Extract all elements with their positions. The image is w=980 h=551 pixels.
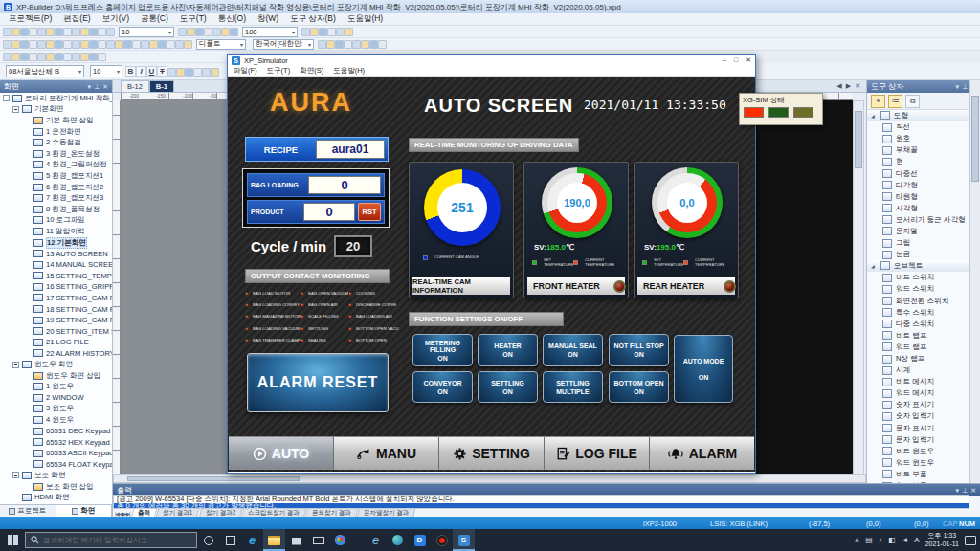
toolbox-scrollbar[interactable]: [969, 80, 980, 517]
tree-item[interactable]: 17 SETTING_CAM POSITI: [0, 293, 112, 304]
italic-button[interactable]: I: [136, 66, 146, 77]
pin-icon[interactable]: ⊥: [94, 83, 100, 91]
toolbox-item[interactable]: 비트 부품: [867, 469, 970, 480]
tree-item[interactable]: 14 MANUAL SCREEN: [0, 259, 112, 271]
tree-item[interactable]: 15 SETTING_TEMPERATUR: [0, 271, 112, 282]
simulator-menu-item[interactable]: 화면(S): [300, 66, 323, 76]
toolbox-item[interactable]: N상 램프: [867, 353, 970, 364]
toolbar-icon[interactable]: [176, 68, 185, 77]
toolbox-item[interactable]: 워드 램프: [867, 342, 970, 353]
nav-manu-button[interactable]: MANU: [334, 437, 439, 470]
app-dv-button[interactable]: D: [409, 529, 431, 551]
canvas-hscrollbar[interactable]: [113, 474, 866, 483]
tray-network-icon[interactable]: ◧: [888, 536, 896, 544]
toolbox-item[interactable]: 다중선: [867, 167, 970, 179]
dropdown-icon[interactable]: ▾: [956, 487, 960, 495]
toolbox-item[interactable]: 문자 표시기: [867, 423, 970, 434]
tree-item[interactable]: 65533 ASCII Keypad: [0, 448, 112, 459]
toolbar-icon[interactable]: [20, 53, 29, 61]
toolbar-icon[interactable]: [98, 53, 106, 61]
tree-item[interactable]: 보조 화면 삽입: [0, 481, 112, 493]
tree-item[interactable]: 19 SETTING_CAM POSITI: [0, 315, 112, 326]
toolbar-icon[interactable]: [158, 40, 167, 49]
taskbar-clock[interactable]: 오후 1:33 2021-01-11: [925, 532, 959, 549]
notification-center-icon[interactable]: [965, 536, 976, 545]
heater-button[interactable]: HEATERON: [478, 334, 538, 366]
tree-item[interactable]: 18 SETTING_CAM POSITI: [0, 303, 112, 315]
tree-item[interactable]: 12 기본화면: [0, 237, 112, 249]
toolbar-icon[interactable]: [221, 28, 230, 36]
close-button[interactable]: ✕: [746, 56, 751, 64]
toolbar-icon[interactable]: [167, 68, 176, 77]
edge-button[interactable]: e: [241, 529, 263, 551]
front-heater-lamp[interactable]: [613, 280, 626, 293]
tree-item[interactable]: 16 SETTING_GRIPPER: [0, 281, 112, 293]
toolbox-item[interactable]: 타원형: [867, 191, 970, 203]
tree-item[interactable]: 20 SETTING_ITEM SETTIN: [0, 325, 112, 337]
toolbox-item[interactable]: 비트 메시지: [867, 376, 970, 387]
toolbox-item[interactable]: 시계: [867, 364, 970, 376]
canvas-tab-active[interactable]: B-1: [149, 80, 174, 92]
canvas-tab[interactable]: B-12: [121, 80, 149, 92]
toolbar-icon[interactable]: [115, 40, 123, 49]
toolbar-icon[interactable]: [369, 40, 378, 49]
toolbox-item[interactable]: 현: [867, 156, 970, 167]
font-size-combo[interactable]: 10▾: [90, 65, 122, 77]
toolbar-icon[interactable]: [318, 40, 326, 49]
tree-item[interactable]: 기본화면: [0, 104, 112, 116]
pin-icon[interactable]: ⊥: [962, 487, 968, 495]
conveyor-button[interactable]: CONVEYORON: [412, 371, 473, 403]
bottom-open-button[interactable]: BOTTOM OPENON: [609, 371, 669, 403]
cycle-value[interactable]: 20: [334, 235, 372, 257]
simulator-taskbar-button[interactable]: S: [453, 529, 475, 551]
tree-item[interactable]: 13 AUTO SCREEN: [0, 248, 112, 259]
duplicate-button[interactable]: ⧉: [905, 95, 920, 108]
strikethrough-button[interactable]: Ŧ: [157, 66, 167, 77]
toolbar-icon[interactable]: [132, 40, 141, 49]
toolbar-icon[interactable]: [204, 28, 212, 36]
toolbox-item[interactable]: 오브젝트: [867, 260, 970, 272]
tree-item[interactable]: 6 환경_캠포지션2: [0, 182, 112, 193]
toolbar-icon[interactable]: [335, 40, 344, 49]
tree-item[interactable]: 윈도우 화면: [0, 359, 112, 370]
tree-item[interactable]: 기본 화면 삽입: [0, 115, 112, 126]
canvas-vscrollbar[interactable]: [853, 100, 864, 474]
tree-item[interactable]: 로터리 포장기계 MHI 작화_V1(2: [0, 93, 112, 104]
tray-ime-lang[interactable]: A: [914, 536, 919, 544]
toolbar-icon[interactable]: [185, 68, 193, 77]
toolbox-item[interactable]: 도형: [867, 110, 970, 121]
bold-button[interactable]: B: [125, 66, 136, 77]
tree-item[interactable]: 4 환경_그립퍼설정: [0, 160, 112, 171]
minimize-button[interactable]: –: [723, 56, 726, 64]
toolbox-item[interactable]: 다각형: [867, 180, 970, 191]
tree-item[interactable]: 8 환경_품목설정: [0, 204, 112, 215]
menu-item[interactable]: 창(W): [253, 12, 283, 26]
tree-item[interactable]: 윈도우 화면 삽입: [0, 370, 112, 382]
toolbar-icon[interactable]: [72, 53, 80, 61]
nav-setting-button[interactable]: SETTING: [439, 437, 545, 470]
tree-item[interactable]: 1 운전화면: [0, 126, 112, 138]
toolbox-item[interactable]: 워드 메시지: [867, 387, 970, 399]
tree-item[interactable]: 4 윈도우: [0, 414, 112, 426]
toolbar-icon[interactable]: [344, 40, 352, 49]
toolbox-item[interactable]: 숫자 표시기: [867, 399, 970, 410]
toolbox-item[interactable]: 비트 윈도우: [867, 446, 970, 457]
alarm-reset-button[interactable]: ALARM RESET: [247, 353, 389, 412]
select-mode-button[interactable]: ⌖: [871, 95, 885, 108]
toolbar-icon[interactable]: [167, 40, 175, 49]
simulator-menu-item[interactable]: 도움말(H): [333, 66, 365, 76]
not-fill-stop-button[interactable]: NOT FILL STOPON: [609, 334, 669, 366]
settling-button[interactable]: SETTLINGON: [478, 371, 538, 403]
language-combo[interactable]: 한국어(대한민:▾: [253, 39, 314, 50]
rear-heater-lamp[interactable]: [724, 280, 736, 293]
auto-mode-button[interactable]: AUTO MODEON: [674, 335, 733, 403]
manual-seal-button[interactable]: MANUAL SEALON: [543, 334, 603, 366]
tree-item[interactable]: 65534 FLOAT Keypad: [0, 459, 112, 471]
app-teal-button[interactable]: [387, 529, 409, 551]
store-button[interactable]: [285, 529, 307, 551]
toolbar-icon[interactable]: [106, 40, 115, 49]
toolbar-icon[interactable]: [378, 40, 387, 49]
tree-item[interactable]: 11 알람이력: [0, 226, 112, 237]
metering-filling-button[interactable]: METERING FILLINGON: [412, 334, 473, 366]
menu-item[interactable]: 공통(C): [136, 12, 173, 26]
